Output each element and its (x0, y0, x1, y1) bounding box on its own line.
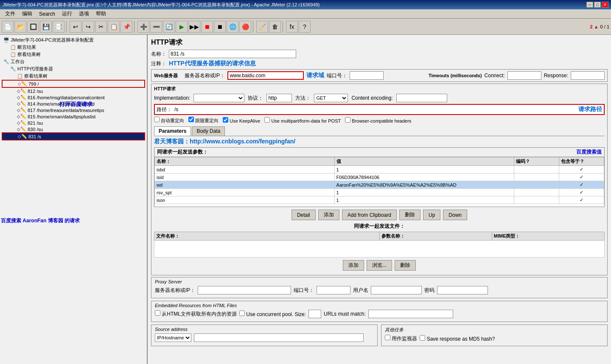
tab-parameters[interactable]: Parameters (154, 126, 191, 136)
impl-select[interactable] (193, 94, 244, 102)
collapse-button[interactable]: ➖ (150, 21, 162, 33)
concurrent-input[interactable] (308, 310, 321, 318)
save-as-button[interactable]: 📑 (53, 21, 64, 33)
method-select[interactable]: GET POST (314, 94, 348, 102)
up-button[interactable]: Up (423, 210, 440, 220)
name-label: 名称： (151, 50, 166, 58)
tree-item-req812[interactable]: ◇ ✏️ 812 /su (2, 88, 145, 94)
keep-alive-label[interactable]: Use KeepAlive (223, 117, 260, 123)
run-thread-button[interactable]: ▶▶ (188, 21, 200, 33)
tree-item-assert1[interactable]: 📋 断言结果 (2, 44, 145, 51)
menu-file[interactable]: 文件 (2, 9, 19, 18)
tree-item-view1[interactable]: 📋 察看结果树 (2, 51, 145, 58)
function-button[interactable]: fx (286, 21, 298, 33)
port-input[interactable] (350, 71, 384, 80)
connect-input[interactable] (507, 71, 541, 80)
md5-check[interactable] (420, 335, 425, 341)
stop-button[interactable]: ⏹ (201, 21, 213, 33)
fetch-check[interactable] (155, 310, 160, 316)
urls-input[interactable] (368, 310, 453, 318)
clear-button[interactable]: 🧹 (256, 21, 268, 33)
server-input[interactable] (227, 71, 304, 80)
menu-options[interactable]: 选项 (76, 9, 92, 18)
monitor-label[interactable]: 用作监视器 (385, 335, 417, 342)
menu-run[interactable]: 运行 (59, 9, 76, 18)
remote-stop-button[interactable]: 🔴 (239, 21, 251, 33)
table-row[interactable]: rsv_spt 1 ✓ (155, 189, 604, 196)
open-button[interactable]: 📂 (14, 21, 26, 33)
remote-start-button[interactable]: 🌐 (227, 21, 238, 33)
paste-button[interactable]: 📌 (121, 21, 132, 33)
concurrent-check[interactable] (239, 311, 245, 316)
menu-edit[interactable]: 编辑 (19, 9, 36, 18)
copy-button[interactable]: 📋 (108, 21, 120, 33)
browser-compat-label[interactable]: Browser-compatible headers (345, 117, 411, 123)
proxy-port-input[interactable] (317, 286, 350, 294)
tree-item-workbench[interactable]: 🔧 工作台 (2, 58, 145, 65)
menu-search[interactable]: Search (36, 10, 59, 18)
delete-file-button[interactable]: 删除 (395, 260, 416, 271)
run-button[interactable]: ▶ (176, 21, 188, 33)
table-row[interactable]: isid F06D390A78944106 ✓ (155, 174, 604, 181)
stop2-button[interactable]: ⏹ (214, 21, 226, 33)
path-input[interactable] (174, 106, 570, 112)
source-input[interactable] (194, 333, 364, 342)
keep-alive-check[interactable] (223, 117, 228, 123)
tree-item-req814[interactable]: ◇ ✏️ 814 /home/xman/data/superload (2, 101, 145, 107)
table-row[interactable]: isbd 1 ✓ (155, 166, 604, 174)
proxy-user-input[interactable] (371, 286, 422, 294)
encoding-input[interactable] (396, 94, 447, 102)
multipart-check[interactable] (264, 117, 270, 123)
close-button[interactable]: ✕ (602, 2, 608, 8)
tree-item-proxy[interactable]: 🔧 HTTP代理服务器 (2, 65, 145, 73)
tree-item-req816[interactable]: ◇ ✏️ 816 /home/msg/data/personalcontent (2, 94, 145, 101)
undo-button[interactable]: ↩ (70, 21, 81, 33)
detail-button[interactable]: Detail (291, 210, 316, 220)
proxy-pass-input[interactable] (437, 286, 488, 294)
down-button[interactable]: Down (443, 210, 467, 220)
new-button[interactable]: 📄 (2, 21, 14, 33)
table-row[interactable]: ison 1 ✓ (155, 196, 604, 204)
proxy-server-input[interactable] (198, 286, 291, 294)
concurrent-label[interactable]: Use concurrent pool. Size: (239, 311, 306, 317)
fetch-label[interactable]: 从HTML文件获取所有内含的资源 (155, 310, 237, 318)
follow-redirect-label[interactable]: 跟随重定向 (188, 117, 219, 124)
tree-item-req821[interactable]: ◇ ✏️ 821 /su (2, 120, 145, 126)
add-clipboard-button[interactable]: Add from Clipboard (342, 210, 397, 220)
protocol-input[interactable] (266, 94, 292, 102)
refresh-button[interactable]: 🔄 (163, 21, 175, 33)
auto-redirect-label[interactable]: 自动重定向 (154, 117, 184, 124)
expand-button[interactable]: ➕ (137, 21, 149, 33)
help-button[interactable]: ? (299, 21, 311, 33)
tree-item-req830[interactable]: ◇ ✏️ 830 /su (2, 126, 145, 132)
tree-item-req799[interactable]: ◇ ✏️ 799 / (2, 80, 145, 88)
browse-file-button[interactable]: 浏览... (367, 260, 392, 271)
add-file-button[interactable]: 添加 (343, 260, 364, 271)
minimize-button[interactable]: ─ (586, 2, 593, 8)
cut-button[interactable]: ✂ (95, 21, 107, 33)
monitor-check[interactable] (385, 335, 390, 340)
delete-param-button[interactable]: 删除 (399, 210, 420, 220)
add-param-button[interactable]: 添加 (318, 210, 339, 220)
name-input[interactable] (169, 50, 296, 58)
tree-item-req817[interactable]: ◇ ✏️ 817 /home/treasure/data/treasuretip… (2, 107, 145, 113)
md5-label[interactable]: Save response as MD5 hash? (420, 335, 495, 342)
tree-item-req815[interactable]: ◇ ✏️ 815 /home/xman/data/tipspluslist (2, 113, 145, 120)
response-input[interactable] (571, 71, 605, 80)
tab-body-data[interactable]: Body Data (192, 126, 225, 136)
clear-all-button[interactable]: 🗑 (269, 21, 281, 33)
menu-help[interactable]: 帮助 (92, 9, 109, 18)
multipart-label[interactable]: Use multipart/form-data for POST (264, 117, 341, 123)
maximize-button[interactable]: □ (594, 2, 601, 8)
tree-item-root[interactable]: 🖥️ JMeter学习-004-PC浏览器脚本录制配置 (2, 36, 145, 44)
tree-item-req831[interactable]: ◇ ✏️ 831 /s (2, 132, 145, 140)
auto-redirect-check[interactable] (154, 117, 160, 122)
save-template-button[interactable]: 🔲 (27, 21, 39, 33)
browser-compat-check[interactable] (345, 117, 350, 123)
save-button[interactable]: 💾 (40, 21, 52, 33)
redo-button[interactable]: ↪ (82, 21, 94, 33)
source-type-select[interactable]: IP/Hostname (155, 333, 191, 342)
tree-item-view2[interactable]: 📋 察看结果树 (2, 73, 145, 80)
table-row[interactable]: wd AaronFan%20%E5%8D%9A%E5%AE%A2%E5%9B%A… (155, 181, 604, 189)
follow-redirect-check[interactable] (188, 117, 194, 122)
